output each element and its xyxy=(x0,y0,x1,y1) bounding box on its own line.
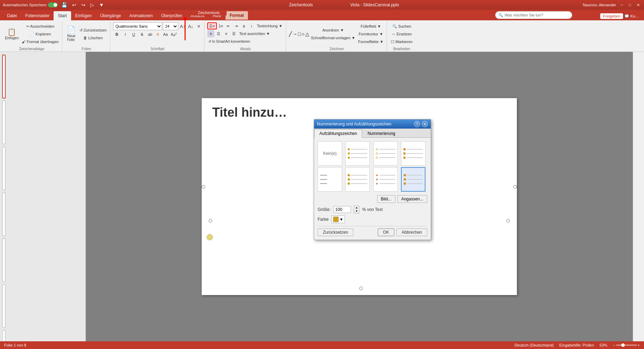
dialog-help-btn[interactable]: ? xyxy=(414,121,420,127)
columns-btn[interactable]: ⫼ xyxy=(241,22,248,29)
comment-btn[interactable]: 💬 Ko... xyxy=(624,14,638,19)
increase-indent-btn[interactable]: ⇥ xyxy=(233,22,240,29)
bullet-cell-circle[interactable] xyxy=(373,141,398,166)
tab-start[interactable]: Start xyxy=(54,11,71,20)
slide-thumb-5[interactable]: Text hinzufügen • Text xyxy=(2,238,6,282)
bullet-cell-selected[interactable] xyxy=(401,167,425,192)
tab-uebergaenge[interactable]: Übergänge xyxy=(96,11,125,20)
zoom-in-btn[interactable]: + xyxy=(638,343,640,347)
numbered-list-btn[interactable]: 1≡ xyxy=(217,22,224,29)
spin-down[interactable]: ▼ xyxy=(354,210,359,213)
slide-thumb-6[interactable]: Text hinzufügen • Text hinzufügen xyxy=(2,284,6,328)
tab-nummerierung[interactable]: Nummerierung xyxy=(362,129,400,137)
tab-ueberpruefung[interactable]: Überprüfen xyxy=(157,11,186,20)
einfuegen-btn[interactable]: 📋 Einfügen xyxy=(4,24,20,44)
case-btn[interactable]: Aa xyxy=(162,31,169,38)
bullet-cell-dash[interactable] xyxy=(318,167,342,192)
clear-format-btn[interactable]: ✕ xyxy=(195,23,202,30)
cancel-btn[interactable]: Abbrechen xyxy=(396,228,427,236)
suchen-btn[interactable]: 🔍 Suchen xyxy=(390,23,414,30)
bullet-cell-round[interactable] xyxy=(345,141,370,166)
close-btn[interactable]: ✕ xyxy=(635,3,641,7)
customize-icon[interactable]: ▼ xyxy=(98,1,105,8)
shape-line[interactable]: ╱ xyxy=(289,31,292,37)
color-dropdown-arrow[interactable]: ▼ xyxy=(339,217,343,221)
shape-rect[interactable]: □ xyxy=(298,31,301,37)
font-size-select[interactable]: 24 xyxy=(163,22,178,30)
angassen-btn[interactable]: Angassen... xyxy=(397,195,427,203)
bullet-list-btn[interactable]: ☰≡ xyxy=(207,22,216,29)
text-direction-btn[interactable]: Textrichtung ▼ xyxy=(256,22,284,29)
align-right-btn[interactable]: ≡ xyxy=(223,30,230,37)
dialog-close-btn[interactable]: ✕ xyxy=(422,121,428,127)
autosave-toggle[interactable] xyxy=(48,2,58,7)
ersetzen-btn[interactable]: ↔ Ersetzen xyxy=(390,30,414,37)
italic-btn[interactable]: I xyxy=(122,31,129,38)
size-spinner[interactable]: ▲ ▼ xyxy=(354,206,359,213)
bullet-cell-diamond[interactable] xyxy=(345,167,370,192)
save-icon[interactable]: 💾 xyxy=(60,1,69,8)
slide-thumb-3[interactable]: Titel hinzufügen hinzufügen xyxy=(2,146,6,190)
bullet-cell-arrow[interactable]: ➤ ➤ ➤ xyxy=(373,167,398,192)
slide-row-2: 2 Titel hinzufügen hinzufügen xyxy=(2,101,83,144)
align-left-btn[interactable]: ≡ xyxy=(207,30,214,37)
bullet-cell-square[interactable] xyxy=(401,141,425,166)
text-ausrichten-btn[interactable]: Text ausrichten ▼ xyxy=(238,30,271,37)
bold-btn[interactable]: B xyxy=(113,31,121,38)
text-highlight-btn[interactable]: A🖊 xyxy=(170,31,178,38)
tab-datei[interactable]: Datei xyxy=(3,11,21,20)
font-family-select[interactable]: Quattrocento Sans xyxy=(113,22,162,30)
zoom-slider[interactable] xyxy=(616,344,637,346)
font-color-btn[interactable]: A xyxy=(154,31,161,38)
tab-animationen[interactable]: Animationen xyxy=(125,11,157,20)
shape-triangle[interactable]: △ xyxy=(305,31,309,37)
loeschen-btn[interactable]: 🗑 Löschen xyxy=(78,34,108,41)
schnellformatvorlagen-btn[interactable]: Schnellformat-vorlagen ▼ xyxy=(310,34,356,41)
bild-btn[interactable]: Bild... xyxy=(377,195,395,203)
zoom-out-btn[interactable]: − xyxy=(613,343,615,347)
format-uebertragen-btn[interactable]: 🖌 Format übertragen xyxy=(21,38,60,45)
present-icon[interactable]: ▷ xyxy=(89,1,96,8)
redo-icon[interactable]: ↪ xyxy=(80,1,87,8)
shadow-btn[interactable]: ab xyxy=(147,31,154,38)
align-center-btn[interactable]: ☰ xyxy=(215,30,222,37)
color-picker-btn[interactable]: ▼ xyxy=(331,215,345,223)
search-bar[interactable]: 🔍 Was möchten Sie tun? xyxy=(495,11,572,19)
spin-up[interactable]: ▲ xyxy=(354,206,359,210)
ok-btn[interactable]: OK xyxy=(378,228,394,236)
reset-btn[interactable]: Zurücksetzen xyxy=(318,228,353,236)
kopieren-btn[interactable]: 📄 Kopieren xyxy=(21,30,60,37)
slide-thumb-2[interactable]: Titel hinzufügen hinzufügen xyxy=(2,101,6,144)
line-spacing-btn[interactable]: ↕ xyxy=(248,22,255,29)
slide-thumb-7[interactable]: Text hinzufügen Text Text xyxy=(2,330,6,341)
slide-thumb-4[interactable]: Text hinzufügen xyxy=(2,192,6,236)
bullet-cell-none[interactable]: Kein(e) xyxy=(318,141,342,166)
smartart-btn[interactable]: ↺ In SmartArt konvertieren xyxy=(207,38,251,45)
tab-einfuegen[interactable]: Einfügen xyxy=(71,11,96,20)
slide-thumb-1[interactable]: Text hinzufügen • Text hinzufügen xyxy=(2,55,6,98)
minimize-btn[interactable]: ─ xyxy=(619,3,625,7)
neue-folie-btn[interactable]: 📄 NeueFolie xyxy=(65,24,78,44)
size-input[interactable] xyxy=(333,206,351,213)
strikethrough-btn[interactable]: S̶ xyxy=(138,31,146,38)
formkontur-btn[interactable]: Formkontur ▼ xyxy=(357,30,385,37)
underline-btn[interactable]: U xyxy=(130,31,138,38)
justify-btn[interactable]: ☰ xyxy=(230,30,237,37)
decrease-indent-btn[interactable]: ⇤ xyxy=(225,22,232,29)
fuelleeffekt-btn[interactable]: Fülleffekt ▼ xyxy=(357,23,385,30)
tab-folienmaster[interactable]: Folienmaster xyxy=(21,11,54,20)
square-dot-2 xyxy=(403,152,406,155)
zuruecksetzen-btn[interactable]: ↺ Zurücksetzen xyxy=(78,27,108,34)
freigeben-btn[interactable]: Freigeben xyxy=(600,13,623,19)
tab-format[interactable]: Format xyxy=(226,11,248,20)
tab-aufzaehlungszeichen[interactable]: Aufzählungszeichen xyxy=(314,129,362,138)
undo-icon[interactable]: ↩ xyxy=(71,1,78,8)
markieren-btn[interactable]: ☐ Markieren xyxy=(390,38,414,45)
maximize-btn[interactable]: □ xyxy=(627,3,632,7)
shape-arrow[interactable]: → xyxy=(292,31,297,37)
formeffekte-btn[interactable]: Formeffekte ▼ xyxy=(357,38,385,45)
shape-circle[interactable]: ○ xyxy=(302,31,304,37)
ausschneiden-btn[interactable]: ✂ Ausschneiden xyxy=(21,23,60,30)
anordnen-btn[interactable]: Anordnen ▼ xyxy=(310,27,356,34)
decrease-size-btn[interactable]: A↓ xyxy=(187,23,194,30)
